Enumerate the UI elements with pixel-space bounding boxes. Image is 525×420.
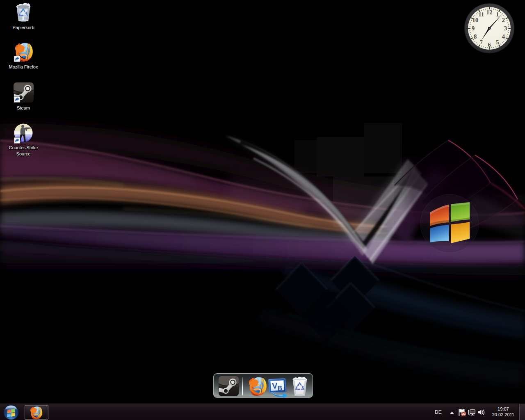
- svg-text:1: 1: [496, 11, 499, 18]
- svg-text:4: 4: [502, 33, 505, 40]
- svg-text:10: 10: [472, 17, 478, 23]
- svg-text:2: 2: [502, 17, 505, 23]
- svg-text:5: 5: [496, 39, 499, 46]
- svg-text:11: 11: [478, 11, 484, 18]
- svg-text:6: 6: [488, 41, 491, 48]
- svg-text:9: 9: [472, 25, 475, 32]
- svg-text:8: 8: [474, 33, 477, 40]
- svg-text:3: 3: [504, 25, 507, 32]
- svg-text:7: 7: [480, 39, 483, 46]
- svg-text:12: 12: [486, 9, 493, 16]
